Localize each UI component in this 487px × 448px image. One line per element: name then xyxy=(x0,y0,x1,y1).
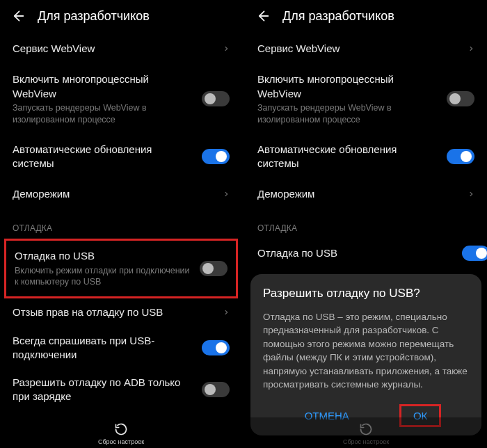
row-subtitle: Включить режим отладки при подключении к… xyxy=(15,265,191,289)
settings-list: Сервис WebView Включить многопроцессный … xyxy=(245,33,487,268)
row-label: Отладка по USB xyxy=(15,249,191,263)
row-demo-mode[interactable]: Деморежим xyxy=(245,179,487,209)
settings-list: Сервис WebView Включить многопроцессный … xyxy=(0,33,242,432)
row-auto-updates[interactable]: Автоматические обновления системы xyxy=(0,134,242,179)
bottom-bar: Сброс настроек xyxy=(0,417,242,448)
usb-debug-permission-dialog: Разрешить отладку по USB? Отладка по USB… xyxy=(250,274,481,435)
app-header: Для разработчиков xyxy=(0,0,242,33)
row-label: Деморежим xyxy=(257,187,459,201)
chevron-right-icon xyxy=(223,45,230,52)
toggle-multiprocess[interactable] xyxy=(447,91,474,106)
row-webview-service[interactable]: Сервис WebView xyxy=(245,33,487,64)
row-label: Отзыв прав на отладку по USB xyxy=(13,305,214,319)
section-debugging: ОТЛАДКА xyxy=(245,209,487,239)
screenshot-left: Для разработчиков Сервис WebView Включит… xyxy=(0,0,242,448)
screenshot-right: Для разработчиков Сервис WebView Включит… xyxy=(245,0,487,448)
toggle-usb-debugging[interactable] xyxy=(462,246,487,261)
app-header: Для разработчиков xyxy=(245,0,487,33)
row-label: Сервис WebView xyxy=(257,42,459,56)
row-label: Автоматические обновления системы xyxy=(13,143,193,171)
reset-icon[interactable] xyxy=(113,422,129,437)
back-arrow-icon[interactable] xyxy=(10,8,25,24)
row-demo-mode[interactable]: Деморежим xyxy=(0,179,242,209)
reset-label: Сброс настроек xyxy=(343,438,389,445)
highlight-usb-debugging: Отладка по USB Включить режим отладки пр… xyxy=(4,239,238,298)
page-title: Для разработчиков xyxy=(282,9,394,24)
row-subtitle: Запускать рендереры WebView в изолирован… xyxy=(13,102,193,126)
row-label: Включить многопроцессный WebView xyxy=(257,72,438,101)
toggle-auto-updates[interactable] xyxy=(202,149,230,164)
dialog-body: Отладка по USB – это режим, специально п… xyxy=(263,310,469,392)
back-arrow-icon[interactable] xyxy=(255,8,270,24)
row-webview-service[interactable]: Сервис WebView xyxy=(0,33,242,64)
row-label: Всегда спрашивать при USB-подключении xyxy=(13,334,193,362)
reset-icon[interactable] xyxy=(358,422,374,437)
row-label: Отладка по USB xyxy=(257,246,454,260)
toggle-multiprocess[interactable] xyxy=(202,91,230,106)
dialog-title: Разрешить отладку по USB? xyxy=(263,287,469,301)
page-title: Для разработчиков xyxy=(38,9,150,24)
row-auto-updates[interactable]: Автоматические обновления системы xyxy=(245,134,487,179)
bottom-bar: Сброс настроек xyxy=(245,417,487,448)
row-label: Разрешить отладку по ADB только при заря… xyxy=(13,376,193,404)
chevron-right-icon xyxy=(223,191,230,198)
toggle-always-ask[interactable] xyxy=(202,340,230,355)
row-usb-debugging[interactable]: Отладка по USB Включить режим отладки пр… xyxy=(15,246,227,291)
row-multiprocess-webview[interactable]: Включить многопроцессный WebView Запуска… xyxy=(245,64,487,134)
row-label: Включить многопроцессный WebView xyxy=(13,72,193,101)
toggle-auto-updates[interactable] xyxy=(447,149,474,164)
row-usb-debugging[interactable]: Отладка по USB xyxy=(245,239,487,268)
row-always-ask-usb[interactable]: Всегда спрашивать при USB-подключении xyxy=(0,327,242,369)
chevron-right-icon xyxy=(468,45,474,52)
row-multiprocess-webview[interactable]: Включить многопроцессный WebView Запуска… xyxy=(0,64,242,134)
chevron-right-icon xyxy=(223,309,230,316)
row-adb-charging[interactable]: Разрешить отладку по ADB только при заря… xyxy=(0,369,242,411)
toggle-adb-charging[interactable] xyxy=(202,382,230,397)
row-label: Автоматические обновления системы xyxy=(257,143,438,171)
row-revoke-usb[interactable]: Отзыв прав на отладку по USB xyxy=(0,298,242,326)
reset-label: Сброс настроек xyxy=(98,438,144,445)
row-subtitle: Запускать рендереры WebView в изолирован… xyxy=(257,102,438,126)
row-label: Сервис WebView xyxy=(13,42,214,56)
chevron-right-icon xyxy=(468,191,474,198)
section-debugging: ОТЛАДКА xyxy=(0,209,242,239)
toggle-usb-debugging[interactable] xyxy=(200,261,227,276)
row-label: Деморежим xyxy=(13,187,214,201)
